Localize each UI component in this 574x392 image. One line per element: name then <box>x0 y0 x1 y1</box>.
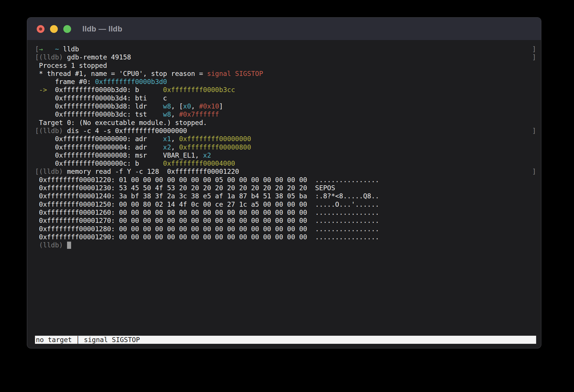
terminal-text-segment: ~ <box>55 45 59 53</box>
terminal-line: frame #0: 0xffffffff0000b3d0 <box>35 78 536 86</box>
terminal-text-segment <box>47 45 55 53</box>
terminal-line-text: 0xffffffff0000000c: b 0xffffffff00004000 <box>39 159 235 167</box>
terminal-text-segment: memory read -f Y -c 128 0xffffffff000012… <box>63 168 239 175</box>
line-spacer <box>379 200 536 208</box>
command-mark-close: ] <box>532 167 536 176</box>
terminal-text-segment: 0xffffffff00001280: 00 00 00 00 00 00 00… <box>39 225 379 233</box>
terminal-line-text: 0xffffffff0000b3dc: tst w8, #0x7ffffff <box>39 110 219 118</box>
line-spacer <box>187 127 532 135</box>
terminal-line: 0xffffffff00001270: 00 00 00 00 00 00 00… <box>35 216 536 225</box>
zoom-button[interactable] <box>63 25 71 33</box>
gutter <box>35 61 39 70</box>
line-spacer <box>379 176 536 184</box>
terminal-line: 0xffffffff0000b3d4: bti c <box>35 94 536 102</box>
gutter <box>35 119 39 127</box>
terminal-text-segment: w8 <box>163 102 171 110</box>
gutter <box>35 86 39 94</box>
gutter <box>35 192 39 200</box>
terminal-line: [→ ~ lldb] <box>35 45 536 53</box>
command-mark-open: [ <box>35 45 39 53</box>
gutter <box>35 241 39 249</box>
terminal-line: Target 0: (No executable module.) stoppe… <box>35 119 536 127</box>
terminal-text-segment: 0xffffffff00000008: msr VBAR_EL1, <box>39 152 203 159</box>
terminal-text-segment: (lldb) <box>39 168 63 175</box>
terminal-line: 0xffffffff00001280: 00 00 00 00 00 00 00… <box>35 225 536 233</box>
terminal-text-segment: signal SIGSTOP <box>207 70 263 77</box>
terminal-text-segment: gdb-remote 49158 <box>63 53 131 61</box>
terminal-line-text: Target 0: (No executable module.) stoppe… <box>39 119 207 127</box>
terminal-line-text: * thread #1, name = 'CPU0', stop reason … <box>39 70 263 78</box>
line-spacer <box>131 53 532 61</box>
line-spacer <box>219 110 536 118</box>
terminal-line-text: 0xffffffff00000004: adr x2, 0xffffffff00… <box>39 143 251 151</box>
terminal-line-text: Process 1 stopped <box>39 61 107 70</box>
terminal-line-text: 0xffffffff00001280: 00 00 00 00 00 00 00… <box>39 225 379 233</box>
command-mark-close: ] <box>532 45 536 53</box>
command-mark-open: [ <box>35 53 39 61</box>
terminal-text-segment: 0xffffffff00004000 <box>163 160 235 167</box>
terminal-text-segment: → <box>39 45 47 53</box>
terminal-line: 0xffffffff00000004: adr x2, 0xffffffff00… <box>35 143 536 151</box>
gutter <box>35 143 39 151</box>
line-spacer <box>263 70 536 78</box>
terminal-text-segment: ] <box>219 102 223 110</box>
terminal-line-text: 0xffffffff00001230: 53 45 50 4f 53 20 20… <box>39 184 335 192</box>
line-spacer <box>251 143 536 151</box>
terminal-line: 0xffffffff00001290: 00 00 00 00 00 00 00… <box>35 233 536 241</box>
close-button[interactable] <box>37 25 45 33</box>
gutter <box>35 208 39 216</box>
line-spacer <box>379 216 536 225</box>
gutter <box>35 184 39 192</box>
command-mark-close: ] <box>532 53 536 61</box>
line-spacer <box>211 151 536 159</box>
terminal-text-segment: , <box>171 111 179 118</box>
terminal-text-segment: #0x10 <box>199 102 219 110</box>
terminal-line-text: 0xffffffff00001220: 01 00 00 00 00 00 00… <box>39 176 379 184</box>
gutter <box>35 216 39 225</box>
terminal-text-segment: 0xffffffff00000800 <box>179 143 251 151</box>
window-titlebar[interactable]: lldb — lldb <box>27 18 541 40</box>
terminal-line-text: (lldb) <box>39 241 71 249</box>
terminal-line: 0xffffffff00001260: 00 00 00 00 00 00 00… <box>35 208 536 216</box>
status-bar: no target│signal SIGSTOP <box>35 336 536 344</box>
terminal-line-text: frame #0: 0xffffffff0000b3d0 <box>39 78 167 86</box>
terminal-text-segment: , <box>171 143 179 151</box>
terminal-text-segment: #0x7ffffff <box>179 111 219 118</box>
terminal-line: 0xffffffff00000008: msr VBAR_EL1, x2 <box>35 151 536 159</box>
gutter <box>35 94 39 102</box>
terminal-text-segment: 0xffffffff0000b3d8: ldr <box>39 102 163 110</box>
terminal-line-text: → ~ lldb <box>39 45 79 53</box>
line-spacer <box>335 184 536 192</box>
line-spacer <box>167 94 536 102</box>
terminal-text-segment: frame #0: <box>39 78 95 85</box>
terminal-text-segment: 0xffffffff0000b3cc <box>163 86 235 94</box>
line-spacer <box>235 159 536 167</box>
gutter <box>35 200 39 208</box>
line-spacer <box>379 208 536 216</box>
terminal-text-segment: 0xffffffff00001240: 3a bf 38 3f 2a 3c 38… <box>39 192 379 200</box>
terminal-line-text: 0xffffffff00001250: 00 00 80 02 14 4f 0c… <box>39 200 379 208</box>
terminal-line-text: 0xffffffff00001270: 00 00 00 00 00 00 00… <box>39 216 379 225</box>
terminal-text-segment: (lldb) <box>39 241 67 249</box>
terminal-line-text: 0xffffffff00000000: adr x1, 0xffffffff00… <box>39 135 251 143</box>
gutter <box>35 233 39 241</box>
terminal-text-segment: 0xffffffff0000b3d0: b <box>55 86 163 94</box>
gutter <box>35 78 39 86</box>
terminal-text-segment: lldb <box>59 45 79 53</box>
terminal-text-segment: 0xffffffff00000004: adr <box>39 143 163 151</box>
terminal-text-segment: 0xffffffff00001290: 00 00 00 00 00 00 00… <box>39 233 379 241</box>
command-mark-open: [ <box>35 167 39 176</box>
gutter <box>35 176 39 184</box>
terminal-text-segment: (lldb) <box>39 127 63 135</box>
terminal-line-text: 0xffffffff00001290: 00 00 00 00 00 00 00… <box>39 233 379 241</box>
minimize-button[interactable] <box>50 25 58 33</box>
terminal-text-segment: 0xffffffff0000000c: b <box>39 160 163 167</box>
line-spacer <box>251 135 536 143</box>
terminal-text-segment: 0xffffffff00001270: 00 00 00 00 00 00 00… <box>39 217 379 224</box>
terminal-screen[interactable]: [→ ~ lldb][(lldb) gdb-remote 49158] Proc… <box>27 40 541 348</box>
terminal-text-segment: x2 <box>163 143 171 151</box>
line-spacer <box>379 225 536 233</box>
terminal-output: [→ ~ lldb][(lldb) gdb-remote 49158] Proc… <box>35 45 536 249</box>
gutter <box>35 135 39 143</box>
line-spacer <box>379 233 536 241</box>
